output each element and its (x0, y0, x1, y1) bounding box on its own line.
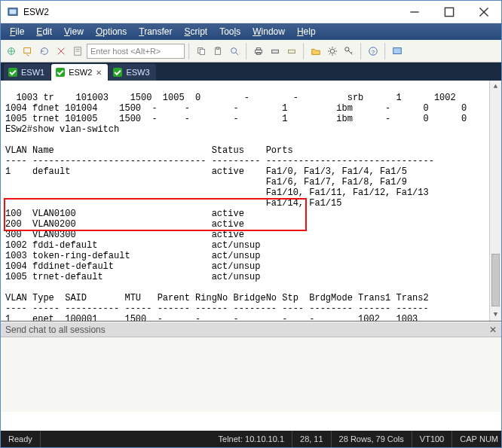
printer3-icon[interactable] (284, 44, 299, 59)
printer2-icon[interactable] (268, 44, 283, 59)
svg-rect-23 (289, 50, 295, 53)
status-connection: Telnet: 10.10.10.1 (211, 431, 292, 447)
status-emulation: VT100 (412, 431, 452, 447)
tab-esw3[interactable]: ESW3 (109, 64, 155, 81)
chat-header-label: Send chat to all sessions (5, 325, 106, 335)
connected-icon (113, 68, 122, 77)
chat-header: Send chat to all sessions ✕ (1, 322, 501, 337)
svg-rect-14 (200, 49, 204, 54)
host-input[interactable]: Enter host <Alt+R> (87, 44, 185, 59)
menu-transfer[interactable]: Transfer (133, 25, 178, 38)
terminal-output[interactable]: 1003 tr 101003 1500 1005 0 - - srb 1 100… (1, 81, 501, 322)
toolbar-separator (246, 43, 247, 59)
window-title: ESW2 (23, 7, 397, 17)
connect-icon[interactable] (4, 44, 19, 59)
chat-close-icon[interactable]: ✕ (489, 325, 497, 335)
maximize-button[interactable] (432, 1, 467, 23)
svg-rect-7 (24, 47, 31, 53)
status-ready: Ready (1, 431, 41, 447)
close-button[interactable] (467, 1, 501, 23)
menu-file[interactable]: FFileile (4, 25, 30, 38)
terminal-text: 1003 tr 101003 1500 1005 0 - - srb 1 100… (5, 93, 467, 322)
menu-view[interactable]: View (58, 25, 90, 38)
toolbar-separator (303, 43, 305, 59)
menu-script[interactable]: Script (179, 25, 214, 38)
tab-esw2[interactable]: ESW2 ✕ (51, 64, 108, 81)
toolbar-separator (360, 43, 362, 59)
reconnect-icon[interactable] (37, 44, 52, 59)
status-cap: CAP (460, 434, 477, 443)
svg-rect-30 (393, 47, 402, 53)
session-tab-bar: ESW1 ESW2 ✕ ESW3 (1, 62, 501, 81)
svg-line-18 (236, 52, 239, 55)
tab-esw1[interactable]: ESW1 (4, 64, 51, 81)
toolbar-separator (384, 43, 386, 59)
print-icon[interactable] (251, 44, 266, 59)
key-icon[interactable] (341, 44, 357, 59)
menu-tools[interactable]: Tools (213, 25, 246, 38)
connected-icon (56, 68, 65, 77)
svg-point-17 (231, 47, 237, 53)
svg-rect-1 (10, 9, 17, 14)
scroll-up-icon[interactable]: ▲ (490, 81, 501, 93)
status-indicators: CAP NUM (452, 431, 501, 447)
disconnect-icon[interactable] (54, 44, 69, 59)
status-bar: Ready Telnet: 10.10.10.1 28, 11 28 Rows,… (1, 431, 501, 447)
tab-label: ESW3 (126, 68, 149, 77)
svg-rect-16 (216, 47, 219, 49)
svg-line-27 (351, 51, 353, 53)
status-cursor: 28, 11 (292, 431, 332, 447)
menu-options[interactable]: Options (90, 25, 133, 38)
terminal-scrollbar[interactable]: ▲ ▼ (489, 81, 501, 321)
tab-label: ESW1 (21, 68, 44, 77)
settings-icon[interactable] (325, 44, 340, 59)
svg-rect-3 (445, 8, 453, 16)
menu-help[interactable]: Help (291, 25, 322, 38)
chat-input-area[interactable] (1, 337, 501, 412)
connected-icon (8, 68, 17, 77)
title-bar: ESW2 (1, 1, 501, 23)
screen-icon[interactable] (390, 44, 405, 59)
quick-connect-icon[interactable] (20, 44, 35, 59)
find-icon[interactable] (227, 44, 242, 59)
copy-icon[interactable] (194, 44, 209, 59)
scroll-thumb[interactable] (491, 254, 500, 306)
toolbar-separator (188, 43, 190, 59)
menu-bar: FFileile Edit View Options Transfer Scri… (1, 23, 501, 40)
svg-text:?: ? (372, 48, 375, 55)
menu-window[interactable]: Window (246, 25, 291, 38)
svg-point-24 (330, 49, 334, 53)
tab-label: ESW2 (69, 68, 92, 77)
svg-rect-22 (272, 50, 279, 53)
folder-icon[interactable] (308, 44, 323, 59)
menu-edit[interactable]: Edit (30, 25, 58, 38)
minimize-button[interactable] (397, 1, 432, 23)
help-icon[interactable]: ? (366, 44, 381, 59)
tab-close-icon[interactable]: ✕ (96, 69, 102, 77)
properties-icon[interactable] (70, 44, 85, 59)
app-icon (7, 6, 19, 18)
toolbar: Enter host <Alt+R> ? (1, 40, 501, 62)
svg-rect-20 (256, 47, 260, 50)
status-num: NUM (479, 434, 498, 443)
status-size: 28 Rows, 79 Cols (332, 431, 412, 447)
scroll-down-icon[interactable]: ▼ (490, 309, 501, 321)
paste-icon[interactable] (210, 44, 225, 59)
